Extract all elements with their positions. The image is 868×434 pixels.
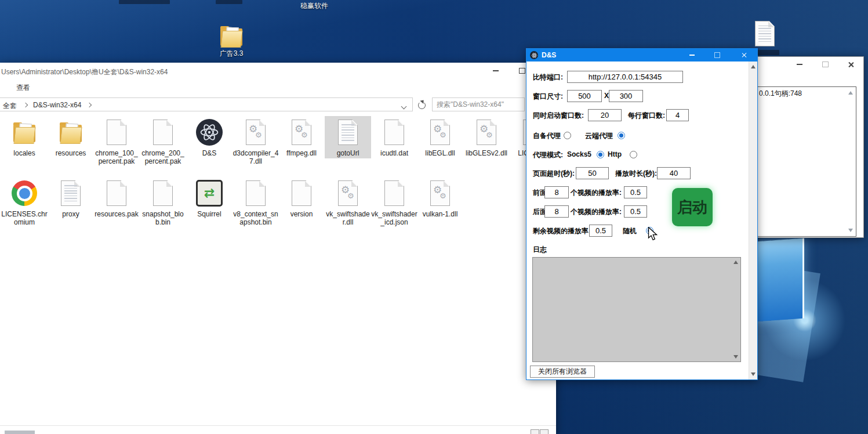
scroll-down-icon[interactable] (733, 355, 738, 359)
textpage-icon (48, 178, 94, 208)
file-label: resources.pak (93, 210, 140, 218)
front-rate-input[interactable] (624, 186, 647, 198)
explorer-titlebar[interactable]: Users\Administrator\Desktop\撸U全套\D&S-win… (0, 63, 556, 79)
minimize-button[interactable] (682, 49, 702, 62)
cutoff-icon-label (119, 0, 170, 4)
file-item[interactable]: D&S (186, 116, 233, 158)
window-height-input[interactable] (609, 90, 643, 102)
minimize-button[interactable] (482, 63, 509, 79)
file-item[interactable]: icudtl.dat (371, 116, 417, 158)
file-item[interactable]: ⚙⚙libEGL.dll (417, 116, 463, 158)
explorer-address-row: 全套 D&S-win32-x64 搜索"D&S-win32-x64" (0, 96, 556, 114)
handle-log-text: 0.0.1句柄:748 (759, 89, 802, 99)
desktop-folder-icon[interactable]: 广告3.3 (208, 24, 255, 59)
file-label: gotoUrl (325, 149, 371, 157)
gearpage-icon: ⚙⚙ (278, 117, 325, 147)
gearpage-icon: ⚙⚙ (417, 117, 463, 147)
search-input[interactable]: 搜索"D&S-win32-x64" (432, 97, 525, 111)
file-label: snapshot_blob.bin (140, 210, 186, 226)
gearpage-icon: ⚙⚙ (417, 178, 463, 208)
page-icon (371, 117, 417, 147)
maximize-button[interactable] (813, 57, 837, 72)
maximize-button[interactable] (707, 49, 727, 62)
per-row-windows-label: 每行窗口数: (628, 111, 665, 121)
file-item[interactable]: locales (1, 116, 48, 158)
file-item[interactable]: chrome_100_percent.pak (93, 116, 140, 167)
folder-icon (48, 117, 94, 147)
file-label: vk_swiftshader_icd.json (371, 210, 417, 226)
socks5-label: Socks5 (567, 150, 591, 158)
breadcrumb-separator-icon (87, 103, 92, 107)
file-item[interactable]: resources (48, 116, 94, 158)
dialog-titlebar[interactable]: D&S (526, 49, 757, 62)
scroll-up-icon[interactable] (848, 91, 853, 95)
desktop-document-icon[interactable] (742, 21, 787, 46)
remaining-rate-input[interactable] (589, 225, 612, 237)
file-item[interactable]: v8_context_snapshot.bin (233, 177, 279, 227)
textpage-icon (325, 117, 371, 147)
file-item[interactable]: ⚙⚙d3dcompiler_47.dll (233, 116, 279, 167)
dialog-scrollbar[interactable] (749, 62, 757, 379)
file-label: vk_swiftshader.dll (325, 210, 371, 226)
file-item[interactable]: snapshot_blob.bin (140, 177, 186, 227)
page-timeout-input[interactable] (576, 167, 609, 179)
front-count-input[interactable] (544, 186, 569, 198)
file-item[interactable]: ⚙⚙ffmpeg.dll (278, 116, 325, 158)
start-button[interactable]: 启动 (672, 188, 713, 226)
page-timeout-label: 页面超时(秒): (533, 169, 575, 179)
scroll-down-icon[interactable] (848, 229, 853, 232)
page-icon (93, 117, 140, 147)
refresh-button[interactable] (415, 99, 428, 111)
minimize-button[interactable] (788, 57, 811, 72)
file-item[interactable]: gotoUrl (325, 116, 371, 158)
window-width-input[interactable] (567, 90, 602, 102)
address-bar[interactable]: 全套 D&S-win32-x64 (0, 97, 413, 111)
http-radio[interactable] (630, 151, 637, 158)
tab-view[interactable]: 查看 (16, 83, 30, 93)
app-atom-icon (530, 51, 538, 59)
file-item[interactable]: vk_swiftshader_icd.json (371, 177, 417, 227)
file-item[interactable]: ⚙⚙libGLESv2.dll (463, 116, 510, 158)
file-item[interactable]: ⚙⚙vulkan-1.dll (417, 177, 463, 219)
concurrent-windows-input[interactable] (588, 109, 622, 121)
file-label: chrome_200_percent.pak (140, 149, 186, 165)
file-item[interactable]: resources.pak (93, 177, 140, 219)
close-all-browsers-button[interactable]: 关闭所有浏览器 (530, 366, 595, 378)
details-view-button[interactable] (531, 429, 539, 434)
thumbnails-view-button[interactable] (540, 429, 549, 434)
bit-port-input[interactable] (567, 71, 683, 83)
log-textarea[interactable] (532, 257, 741, 362)
scroll-up-icon[interactable] (751, 65, 756, 68)
play-duration-input[interactable] (657, 167, 691, 179)
file-explorer-window: Users\Administrator\Desktop\撸U全套\D&S-win… (0, 63, 556, 434)
scroll-up-icon[interactable] (733, 261, 738, 264)
chevron-down-icon[interactable] (401, 104, 407, 110)
breadcrumb-separator-icon (23, 103, 28, 107)
maximize-icon (822, 62, 829, 67)
close-button[interactable] (734, 49, 754, 62)
file-item[interactable]: LICENSES.chromium (1, 177, 48, 227)
desktop-icon-label[interactable]: 稳赢软件 (300, 1, 328, 11)
cloud-proxy-radio[interactable] (618, 132, 625, 139)
file-item[interactable]: proxy (48, 177, 94, 219)
own-proxy-radio[interactable] (564, 132, 571, 139)
socks5-radio[interactable] (597, 151, 604, 158)
breadcrumb-current[interactable]: D&S-win32-x64 (33, 101, 81, 109)
bit-port-label: 比特端口: (533, 73, 563, 82)
file-item[interactable]: ⇄Squirrel (186, 177, 233, 219)
log-label: 日志 (533, 245, 547, 255)
file-label: icudtl.dat (371, 149, 417, 157)
status-text-fragment (5, 431, 35, 434)
back-rate-input[interactable] (624, 205, 647, 218)
scroll-down-icon[interactable] (751, 372, 756, 376)
file-item[interactable]: chrome_200_percent.pak (140, 116, 186, 167)
back-rate-label: 个视频的播放率: (571, 207, 622, 217)
back-count-input[interactable] (544, 205, 569, 218)
remaining-rate-label: 剩余视频的播放率: (533, 226, 591, 236)
file-item[interactable]: version (278, 177, 325, 219)
close-button[interactable] (839, 57, 862, 72)
ds-dialog-window: D&S 比特端口: 窗口尺寸: X 同时启动窗口数: 每行窗口数: 自备代理 云… (526, 48, 758, 380)
file-item[interactable]: ⚙⚙vk_swiftshader.dll (325, 177, 371, 227)
breadcrumb-root[interactable]: 全套 (3, 101, 17, 111)
per-row-windows-input[interactable] (666, 109, 689, 121)
